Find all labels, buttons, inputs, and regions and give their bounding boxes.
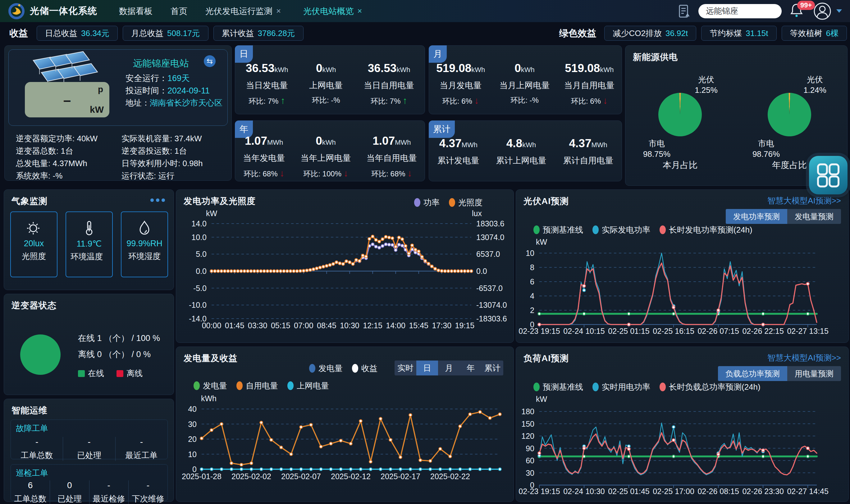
weather-monitor-panel: 气象监测 20lux 光照度 11.9℃ 环境温度 99.9%RH 环境 bbox=[4, 190, 174, 290]
tab-pv-operation-monitor[interactable]: 光伏发电运行监测 × bbox=[205, 5, 281, 17]
droplet-icon bbox=[136, 219, 153, 237]
svg-text:02-26 07:15: 02-26 07:15 bbox=[697, 327, 739, 336]
svg-text:180: 180 bbox=[521, 407, 534, 416]
avatar[interactable] bbox=[813, 2, 831, 20]
svg-text:2025-02-12: 2025-02-12 bbox=[331, 472, 371, 481]
svg-text:02-25 01:15: 02-25 01:15 bbox=[608, 327, 649, 336]
svg-text:10:30: 10:30 bbox=[340, 321, 359, 330]
widget-grid-button[interactable] bbox=[809, 156, 848, 194]
svg-text:14:00: 14:00 bbox=[386, 321, 405, 330]
card-badge: 累计 bbox=[429, 121, 455, 138]
card-badge: 月 bbox=[429, 45, 447, 63]
detail-row: 总发电量: 4.37MWh bbox=[16, 158, 87, 169]
svg-text:02-24 10:30: 02-24 10:30 bbox=[563, 487, 605, 496]
month-stats-card: 月 519.08kWh 当月发电量 环比: 6% ↓ 0kWh 当月上网电量 环… bbox=[429, 45, 622, 114]
svg-text:2025-02-22: 2025-02-22 bbox=[430, 472, 470, 481]
inverter-status-pie bbox=[20, 335, 60, 375]
svg-text:02-25 16:15: 02-25 16:15 bbox=[653, 327, 694, 336]
svg-text:15:45: 15:45 bbox=[409, 321, 428, 330]
svg-text:02-27 13:15: 02-27 13:15 bbox=[787, 327, 828, 336]
svg-text:120: 120 bbox=[521, 432, 534, 440]
trend-up-icon: ↑ bbox=[281, 95, 285, 106]
trend-down-icon: ↓ bbox=[343, 168, 348, 178]
info-value: 湖南省长沙市天心区 bbox=[150, 98, 223, 107]
svg-text:02-27 14:45: 02-27 14:45 bbox=[787, 487, 828, 496]
inverter-status-panel: 逆变器状态 在线 1 （个） / 100 % 离线 0 （个） / 0 % 在线… bbox=[4, 294, 174, 395]
detail-row: 逆变器总数: 1台 bbox=[16, 146, 73, 157]
trend-down-icon: ↓ bbox=[407, 168, 412, 178]
weather-value: 99.9%RH bbox=[122, 239, 167, 248]
report-icon[interactable] bbox=[678, 4, 690, 18]
power-irradiance-chart: 14.018303.610.013074.05.06537.00.00.0-5.… bbox=[176, 190, 514, 343]
svg-text:6537.0: 6537.0 bbox=[476, 250, 500, 258]
info-label: 地址： bbox=[125, 98, 150, 107]
stat-col: 4.37MWh 累计发电量 bbox=[438, 137, 479, 166]
detail-row: 逆变器投运数: 1台 bbox=[122, 146, 187, 157]
panel-title: 新能源供电 bbox=[633, 51, 678, 63]
monthly-revenue-box: 月总收益 508.17元 bbox=[123, 26, 209, 41]
stat-col: 0kWh 当年上网电量 环比: 100% ↓ bbox=[300, 134, 351, 179]
notifications-button[interactable]: 99+ bbox=[790, 2, 807, 20]
online-count-text: 在线 1 （个） / 100 % bbox=[78, 332, 160, 344]
search-input[interactable] bbox=[698, 4, 782, 18]
switch-station-icon[interactable]: ⇆ bbox=[204, 55, 216, 67]
legend-item-online[interactable]: 在线 bbox=[78, 368, 104, 379]
nav-item-home[interactable]: 首页 bbox=[171, 5, 187, 17]
svg-text:0.0: 0.0 bbox=[196, 267, 207, 275]
detail-row: 系统效率: -% bbox=[16, 170, 63, 181]
year-stats-card: 年 1.07MWh 当年发电量 环比: 68% ↓ 0kWh 当年上网电量 环比… bbox=[235, 121, 425, 181]
pie-slice-label: 市电98.75% bbox=[634, 138, 680, 159]
ops-col: 0已处理 bbox=[50, 481, 89, 504]
total-revenue-box: 累计收益 3786.28元 bbox=[213, 26, 303, 41]
revenue-bar: 收益 日总收益 36.34元 月总收益 508.17元 累计收益 3786.28… bbox=[0, 22, 850, 44]
co2-reduction-box: 减少CO2排放 36.92t bbox=[604, 26, 696, 41]
temperature-card: 11.9℃ 环境温度 bbox=[66, 212, 113, 277]
svg-text:01:45: 01:45 bbox=[225, 321, 245, 330]
station-info-panel: p – kW 远能锦座电站 ⇆ 安全运行：169天 投运时间：2024-09-1… bbox=[4, 45, 232, 181]
trend-down-icon: ↓ bbox=[280, 168, 284, 178]
day-stats-card: 日 36.53kWh 当日发电量 环比: 7% ↑ 0kWh 上网电量 环比: … bbox=[235, 45, 425, 114]
weather-label: 环境温度 bbox=[71, 251, 108, 262]
panel-title: 逆变器状态 bbox=[12, 300, 56, 311]
coal-saving-box: 节约标煤 31.15t bbox=[701, 26, 776, 41]
svg-text:13074.0: 13074.0 bbox=[476, 233, 504, 241]
tab-label: 光伏发电运行监测 bbox=[205, 5, 272, 17]
safe-running-row: 安全运行：169天 bbox=[125, 73, 190, 84]
revenue-title: 收益 bbox=[9, 27, 28, 40]
svg-text:02-26 08:15: 02-26 08:15 bbox=[697, 487, 739, 496]
ops-col: 6工单总数 bbox=[11, 481, 50, 504]
stat-col: 36.53kWh 当日自用电量 环比: 7% ↑ bbox=[364, 62, 414, 106]
more-options-icon[interactable] bbox=[150, 198, 165, 202]
svg-text:00:00: 00:00 bbox=[202, 321, 222, 330]
svg-text:02-26 23:30: 02-26 23:30 bbox=[742, 487, 783, 496]
stat-col: 4.37MWh 累计自用电量 bbox=[563, 137, 613, 166]
tab-close-icon[interactable]: × bbox=[276, 6, 281, 16]
tab-pv-station-overview[interactable]: 光伏电站概览 × bbox=[303, 5, 362, 17]
detail-row: 日等效利用小时: 0.98h bbox=[122, 158, 203, 169]
load-ai-chart: 180150120906030002-23 19:1502-24 10:3002… bbox=[516, 347, 849, 502]
info-label: 投运时间： bbox=[125, 86, 167, 95]
fault-workorder-card: 故障工单 -工单总数 -已处理 -最近工单 bbox=[11, 419, 168, 459]
stat-col: 0kWh 当月上网电量 环比: -% bbox=[499, 62, 550, 106]
offline-count-text: 离线 0 （个） / 0 % bbox=[78, 349, 151, 360]
nav-item-dashboard[interactable]: 数据看板 bbox=[119, 5, 153, 17]
svg-text:08:45: 08:45 bbox=[317, 321, 336, 330]
svg-text:07:00: 07:00 bbox=[294, 321, 314, 330]
svg-text:20: 20 bbox=[188, 435, 197, 444]
chevron-down-icon[interactable] bbox=[836, 9, 842, 13]
trend-down-icon: ↓ bbox=[474, 95, 479, 106]
info-value: 2024-09-11 bbox=[167, 86, 210, 95]
stat-value: 36.34元 bbox=[81, 28, 109, 39]
tab-close-icon[interactable]: × bbox=[357, 6, 362, 16]
stat-label: 累计收益 bbox=[222, 28, 254, 39]
svg-text:2025-02-02: 2025-02-02 bbox=[231, 472, 271, 481]
svg-text:10: 10 bbox=[526, 249, 534, 257]
load-ai-panel: 负荷AI预测 智慧大模型AI预测>> 负载总功率预测 用电量预测 预测基准线 实… bbox=[516, 346, 849, 502]
stat-label: 等效植树 bbox=[790, 28, 822, 39]
legend-item-offline[interactable]: 离线 bbox=[117, 368, 143, 379]
stat-col: 519.08kWh 当月自用电量 环比: 6% ↓ bbox=[564, 62, 615, 106]
station-name: 远能锦座电站 bbox=[114, 57, 208, 70]
ops-col: -下次维修 bbox=[128, 481, 167, 504]
pie-caption: 本月占比 bbox=[649, 159, 711, 171]
smart-ops-panel: 智能运维 故障工单 -工单总数 -已处理 -最近工单 巡检工单 6工单总数 0已… bbox=[4, 399, 174, 502]
